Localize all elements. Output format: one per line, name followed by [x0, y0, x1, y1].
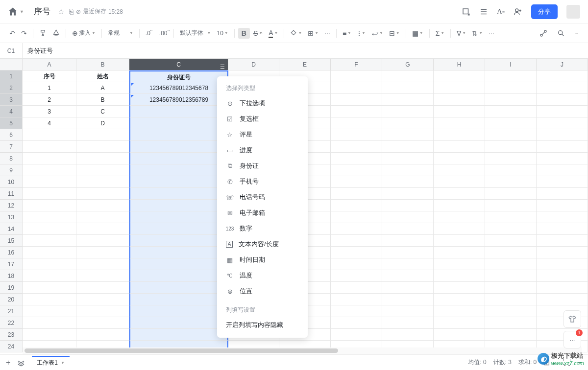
- cell[interactable]: [382, 176, 434, 188]
- increase-decimal-button[interactable]: .00→: [154, 28, 170, 39]
- cell[interactable]: [76, 258, 129, 270]
- menu-item[interactable]: ☆评星: [217, 127, 308, 142]
- row-header[interactable]: 10: [0, 176, 23, 188]
- cell[interactable]: [23, 235, 76, 247]
- cell[interactable]: [76, 282, 129, 294]
- row-header[interactable]: 4: [0, 106, 23, 117]
- cell[interactable]: [23, 141, 76, 153]
- menu-item[interactable]: ⧉身份证: [217, 158, 308, 174]
- cell[interactable]: [129, 258, 228, 270]
- col-header-b[interactable]: B: [76, 59, 129, 70]
- font-style-icon[interactable]: A≡: [497, 7, 505, 16]
- col-header-h[interactable]: H: [434, 59, 485, 70]
- cell[interactable]: [331, 235, 382, 247]
- cell[interactable]: [382, 106, 434, 117]
- format-painter-button[interactable]: [37, 27, 49, 39]
- edit-icon[interactable]: [462, 7, 470, 16]
- cell[interactable]: [382, 94, 434, 106]
- cell[interactable]: [129, 329, 228, 341]
- menu-item[interactable]: ⊙下拉选项: [217, 95, 308, 111]
- cell[interactable]: [129, 282, 228, 294]
- cell[interactable]: [537, 188, 588, 200]
- row-header[interactable]: 20: [0, 294, 23, 305]
- cell[interactable]: [382, 305, 434, 317]
- cell[interactable]: [434, 129, 485, 141]
- cell[interactable]: [434, 141, 485, 153]
- row-header[interactable]: 18: [0, 270, 23, 282]
- cell[interactable]: [23, 188, 76, 200]
- cell[interactable]: [382, 82, 434, 94]
- share-button[interactable]: 分享: [531, 4, 558, 19]
- cell[interactable]: [434, 258, 485, 270]
- cell[interactable]: [129, 235, 228, 247]
- row-header[interactable]: 8: [0, 153, 23, 164]
- menu-item[interactable]: ☏电话号码: [217, 189, 308, 205]
- cell[interactable]: 3: [23, 106, 76, 117]
- row-header[interactable]: 13: [0, 211, 23, 223]
- cell[interactable]: [129, 117, 228, 129]
- cell[interactable]: [537, 106, 588, 117]
- cell-reference[interactable]: C1: [0, 43, 23, 58]
- cell[interactable]: [382, 129, 434, 141]
- cell[interactable]: [485, 317, 537, 329]
- cell[interactable]: [129, 164, 228, 176]
- row-header[interactable]: 23: [0, 329, 23, 341]
- cell[interactable]: [382, 282, 434, 294]
- cell[interactable]: [485, 247, 537, 258]
- cell[interactable]: [23, 305, 76, 317]
- cell[interactable]: 123456789012356789: [129, 94, 228, 106]
- col-header-e[interactable]: E: [279, 59, 331, 70]
- cell[interactable]: [76, 164, 129, 176]
- cell[interactable]: B: [76, 94, 129, 106]
- cell[interactable]: [537, 141, 588, 153]
- cell[interactable]: [331, 153, 382, 164]
- cell[interactable]: [129, 188, 228, 200]
- cell[interactable]: [537, 235, 588, 247]
- cell[interactable]: [485, 223, 537, 235]
- cell[interactable]: [23, 329, 76, 341]
- cell[interactable]: [485, 141, 537, 153]
- link-button[interactable]: [537, 27, 550, 39]
- row-header[interactable]: 24: [0, 341, 23, 352]
- fill-color-button[interactable]: ▼: [288, 28, 304, 39]
- cell[interactable]: [537, 200, 588, 211]
- cell[interactable]: [485, 305, 537, 317]
- cell[interactable]: [382, 329, 434, 341]
- cell[interactable]: [129, 141, 228, 153]
- cell[interactable]: [331, 106, 382, 117]
- cell[interactable]: A: [76, 82, 129, 94]
- cell[interactable]: [23, 200, 76, 211]
- cell[interactable]: [382, 200, 434, 211]
- cell[interactable]: [76, 294, 129, 305]
- cell[interactable]: [434, 176, 485, 188]
- cell[interactable]: [485, 235, 537, 247]
- cell[interactable]: 123456789012345678: [129, 82, 228, 94]
- cell[interactable]: 姓名: [76, 70, 129, 82]
- cell[interactable]: [76, 235, 129, 247]
- sheet-tab[interactable]: 工作表1▼: [32, 356, 70, 369]
- cell[interactable]: [129, 247, 228, 258]
- row-header[interactable]: 16: [0, 247, 23, 258]
- home-dropdown-caret[interactable]: ▼: [20, 9, 24, 14]
- row-header[interactable]: 22: [0, 317, 23, 329]
- cell[interactable]: [76, 329, 129, 341]
- cell[interactable]: [331, 317, 382, 329]
- col-header-g[interactable]: G: [382, 59, 434, 70]
- undo-button[interactable]: ↶: [7, 27, 18, 39]
- cell[interactable]: [23, 317, 76, 329]
- cell[interactable]: [331, 294, 382, 305]
- cell[interactable]: [331, 200, 382, 211]
- cell[interactable]: [537, 94, 588, 106]
- col-header-f[interactable]: F: [331, 59, 382, 70]
- cell[interactable]: [485, 82, 537, 94]
- more-tools-button[interactable]: ···: [486, 27, 497, 39]
- cell[interactable]: [23, 164, 76, 176]
- cell[interactable]: [331, 211, 382, 223]
- cell[interactable]: [129, 129, 228, 141]
- tshirt-icon[interactable]: [564, 310, 581, 328]
- cell[interactable]: [331, 282, 382, 294]
- cell[interactable]: [537, 70, 588, 82]
- cell[interactable]: [76, 129, 129, 141]
- cell[interactable]: [434, 235, 485, 247]
- cell[interactable]: [129, 223, 228, 235]
